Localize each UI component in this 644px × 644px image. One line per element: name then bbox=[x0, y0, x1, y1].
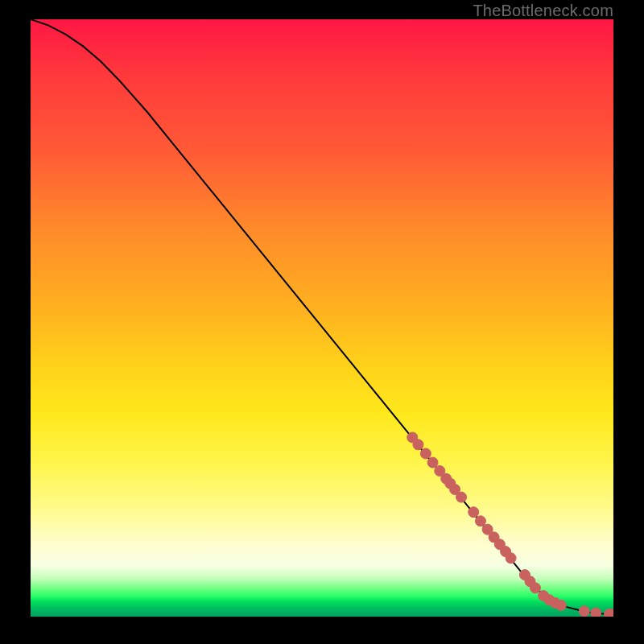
scatter-dot bbox=[579, 606, 589, 617]
scatter-dot bbox=[469, 507, 479, 518]
scatter-dot bbox=[530, 583, 540, 593]
scatter-dot bbox=[506, 553, 516, 564]
scatter-dot bbox=[413, 440, 423, 450]
scatter-dot bbox=[427, 457, 438, 468]
chart-overlay bbox=[31, 19, 613, 617]
scatter-dot bbox=[555, 600, 566, 610]
scatter-dot bbox=[475, 516, 485, 526]
scatter-dot bbox=[420, 448, 431, 459]
plot-area bbox=[31, 19, 613, 617]
curve-line bbox=[31, 19, 613, 614]
scatter-dot bbox=[591, 608, 601, 617]
scatter-dots bbox=[407, 432, 613, 617]
scatter-dot bbox=[456, 492, 467, 502]
chart-frame: TheBottleneck.com bbox=[0, 0, 644, 644]
watermark-text: TheBottleneck.com bbox=[473, 2, 613, 20]
curve-path bbox=[31, 19, 613, 614]
